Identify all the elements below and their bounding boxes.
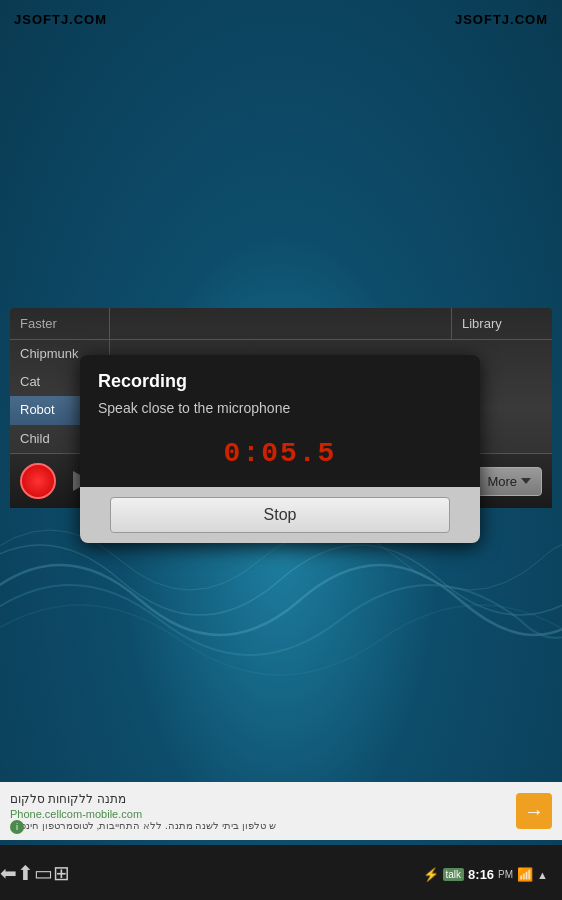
wifi-icon: 📶 (517, 867, 533, 882)
ad-text-block: מתנה ללקוחות סלקום Phone.cellcom-mobile.… (10, 792, 516, 831)
dialog-title: Recording (80, 355, 480, 400)
stop-button[interactable]: Stop (110, 497, 450, 533)
more-dropdown-icon (521, 478, 531, 484)
recording-dialog: Recording Speak close to the microphone … (80, 355, 480, 543)
panel-center-area (110, 308, 452, 339)
talk-label: talk (443, 868, 465, 881)
recents-button[interactable]: ▭ (34, 861, 53, 885)
ad-info-icon[interactable]: i (10, 820, 24, 834)
ad-description: ש טלפון ביתי לשנה מתנה. ללא התחייבות, לט… (10, 820, 516, 831)
panel-label: Faster (10, 308, 110, 339)
usb-icon: ⚡ (423, 867, 439, 882)
menu-button[interactable]: ⊞ (53, 861, 70, 885)
ad-link[interactable]: Phone.cellcom-mobile.com (10, 808, 516, 820)
watermark-left: JSOFTJ.COM (14, 12, 107, 27)
ad-banner: מתנה ללקוחות סלקום Phone.cellcom-mobile.… (0, 782, 562, 840)
signal-icon: ▲ (537, 869, 548, 881)
dialog-timer: 0:05.5 (80, 428, 480, 487)
navigation-bar: ⬅ ⬆ ▭ ⊞ ⚡ talk 8:16 PM 📶 ▲ (0, 845, 562, 900)
time-display: 8:16 (468, 867, 494, 882)
status-bar: ⚡ talk 8:16 PM 📶 ▲ (423, 867, 548, 882)
record-button[interactable] (20, 463, 56, 499)
ad-arrow-button[interactable]: → (516, 793, 552, 829)
period-label: PM (498, 869, 513, 880)
more-label: More (487, 474, 517, 489)
dialog-subtitle: Speak close to the microphone (80, 400, 480, 428)
home-button[interactable]: ⬆ (17, 861, 34, 885)
more-button[interactable]: More (476, 467, 542, 496)
panel-library-label: Library (452, 308, 552, 339)
dialog-footer: Stop (80, 487, 480, 543)
panel-top-row: Faster Library (10, 308, 552, 340)
ad-arrow-icon: → (524, 800, 544, 823)
ad-title: מתנה ללקוחות סלקום (10, 792, 516, 806)
back-button[interactable]: ⬅ (0, 861, 17, 885)
watermark-right: JSOFTJ.COM (455, 12, 548, 27)
